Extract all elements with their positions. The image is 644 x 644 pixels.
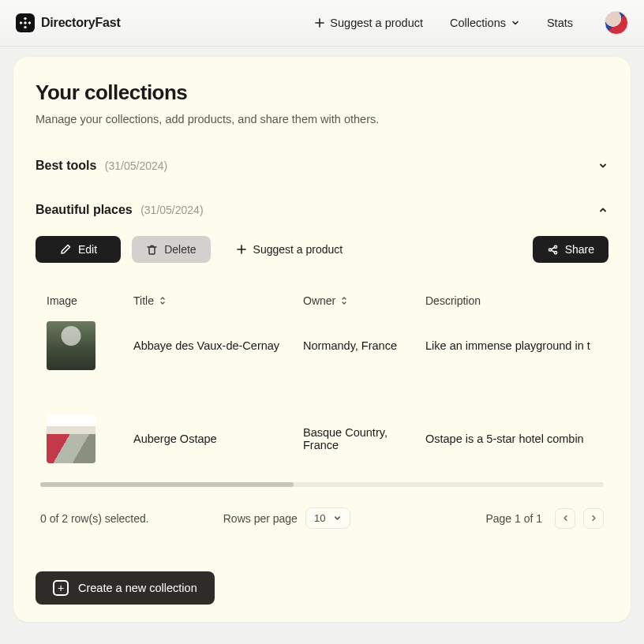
row-owner: Basque Country, France (303, 426, 425, 451)
page-indicator: Page 1 of 1 (485, 512, 542, 525)
plus-icon (314, 17, 325, 28)
svg-rect-3 (28, 21, 31, 24)
page-title: Your collections (36, 80, 608, 105)
chevron-right-icon (590, 514, 598, 522)
brand-logo-icon (16, 13, 35, 32)
rows-per-page-value: 10 (314, 512, 325, 524)
th-title[interactable]: Title (133, 294, 303, 307)
svg-line-14 (551, 250, 554, 252)
edit-label: Edit (78, 243, 97, 256)
svg-rect-0 (24, 17, 27, 21)
nav-collections-label: Collections (450, 17, 506, 29)
next-page-button[interactable] (583, 508, 604, 529)
th-owner[interactable]: Owner (303, 294, 425, 307)
suggest-label: Suggest a product (253, 243, 343, 256)
collection-name: Beautiful places (36, 203, 133, 216)
table-footer: 0 of 2 row(s) selected. Rows per page 10… (36, 507, 608, 529)
collection-name: Best tools (36, 159, 96, 172)
user-avatar[interactable] (605, 11, 628, 35)
row-thumbnail (47, 414, 95, 463)
plus-square-icon: + (53, 580, 69, 596)
plus-icon (236, 244, 247, 255)
collection-actions: Edit Delete Suggest a product Share (36, 236, 608, 263)
edit-button[interactable]: Edit (36, 236, 121, 263)
page-subtitle: Manage your collections, add products, a… (36, 113, 608, 125)
horizontal-scrollbar[interactable] (40, 482, 604, 487)
edit-icon (59, 243, 72, 256)
th-description: Description (425, 294, 597, 307)
row-owner: Normandy, France (303, 339, 425, 352)
nav-collections[interactable]: Collections (450, 17, 520, 29)
brand[interactable]: DirectoryFast (16, 13, 121, 32)
prev-page-button[interactable] (555, 508, 575, 529)
nav-suggest-product[interactable]: Suggest a product (314, 17, 423, 29)
rows-per-page-select[interactable]: 10 (305, 507, 350, 529)
row-thumbnail (47, 321, 95, 370)
chevron-left-icon (561, 514, 570, 522)
sort-icon (340, 296, 348, 305)
nav-stats[interactable]: Stats (547, 17, 573, 29)
th-image: Image (47, 294, 133, 307)
selection-status: 0 of 2 row(s) selected. (40, 512, 149, 525)
rows-per-page-label: Rows per page (223, 512, 298, 525)
delete-label: Delete (164, 243, 196, 256)
row-title: Auberge Ostape (133, 432, 303, 445)
chevron-down-icon (511, 18, 520, 28)
row-description: Ostape is a 5-star hotel combin (425, 432, 597, 445)
chevron-up-icon (597, 204, 608, 215)
svg-rect-1 (24, 25, 27, 28)
suggest-product-button[interactable]: Suggest a product (222, 236, 358, 263)
table-row[interactable]: Auberge Ostape Basque Country, France Os… (36, 400, 608, 477)
nav-stats-label: Stats (547, 17, 573, 29)
brand-name: DirectoryFast (41, 16, 121, 30)
row-description: Like an immense playground in t (425, 339, 597, 352)
svg-rect-2 (20, 21, 23, 24)
table-row[interactable]: Abbaye des Vaux-de-Cernay Normandy, Fran… (36, 307, 608, 384)
share-button[interactable]: Share (533, 236, 608, 263)
share-label: Share (565, 243, 594, 256)
chevron-down-icon (597, 160, 608, 171)
collection-row-beautiful-places[interactable]: Beautiful places (31/05/2024) (36, 203, 608, 217)
collections-card: Your collections Manage your collections… (13, 56, 631, 623)
share-icon (547, 244, 559, 256)
svg-line-13 (551, 247, 554, 249)
top-nav: DirectoryFast Suggest a product Collecti… (0, 0, 644, 47)
row-title: Abbaye des Vaux-de-Cernay (133, 339, 303, 352)
svg-rect-4 (24, 21, 27, 24)
chevron-down-icon (333, 514, 342, 522)
sort-icon (159, 296, 167, 305)
nav-suggest-label: Suggest a product (330, 17, 423, 29)
collection-date: (31/05/2024) (105, 159, 167, 172)
trash-icon (146, 244, 158, 256)
table-header: Image Title Owner Description (36, 294, 608, 307)
delete-button[interactable]: Delete (132, 236, 210, 263)
products-table: Image Title Owner Description Abbaye des… (36, 294, 608, 487)
collection-row-best-tools[interactable]: Best tools (31/05/2024) (36, 159, 608, 173)
collection-date: (31/05/2024) (140, 204, 203, 216)
create-collection-button[interactable]: + Create a new collection (36, 571, 215, 605)
create-collection-label: Create a new collection (78, 582, 197, 594)
